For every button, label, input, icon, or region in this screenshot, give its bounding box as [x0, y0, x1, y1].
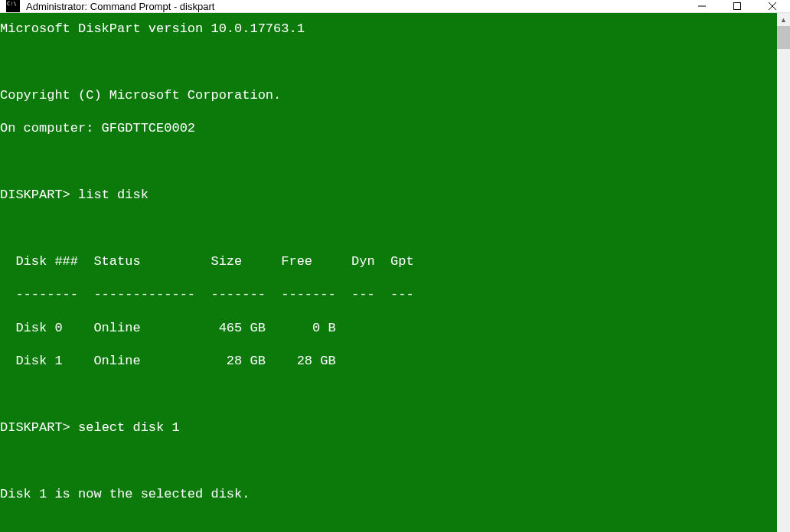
table-row: Disk 1 Online 28 GB 28 GB	[0, 353, 777, 370]
cmd-list-disk: list disk	[78, 188, 149, 202]
cmd-select-disk: select disk 1	[78, 420, 180, 435]
blank-line	[0, 154, 777, 171]
scroll-up-arrow-icon[interactable]: ▲	[777, 13, 790, 26]
prompt: DISKPART>	[0, 420, 70, 435]
blank-line	[0, 519, 777, 532]
version-line: Microsoft DiskPart version 10.0.17763.1	[0, 21, 777, 38]
computer-line: On computer: GFGDTTCE0002	[0, 120, 777, 137]
vertical-scrollbar[interactable]: ▲ ▼	[777, 13, 790, 532]
window-controls	[684, 0, 790, 12]
maximize-button[interactable]	[720, 0, 755, 12]
minimize-button[interactable]	[684, 0, 720, 12]
window-title: Administrator: Command Prompt - diskpart	[26, 1, 684, 12]
scroll-thumb[interactable]	[777, 26, 790, 49]
console-area: Microsoft DiskPart version 10.0.17763.1 …	[0, 13, 790, 532]
copyright-line: Copyright (C) Microsoft Corporation.	[0, 87, 777, 104]
blank-line	[0, 452, 777, 469]
prompt: DISKPART>	[0, 188, 70, 202]
table-header: Disk ### Status Size Free Dyn Gpt	[0, 253, 777, 270]
command-line: DISKPART> select disk 1	[0, 419, 777, 436]
response-line: Disk 1 is now the selected disk.	[0, 486, 777, 503]
svg-rect-1	[734, 3, 741, 10]
blank-line	[0, 386, 777, 403]
close-button[interactable]	[755, 0, 790, 12]
titlebar: Administrator: Command Prompt - diskpart	[0, 0, 790, 13]
command-line: DISKPART> list disk	[0, 187, 777, 204]
table-divider: -------- ------------- ------- ------- -…	[0, 286, 777, 303]
cmd-icon	[6, 0, 20, 12]
table-row: Disk 0 Online 465 GB 0 B	[0, 320, 777, 337]
console-output[interactable]: Microsoft DiskPart version 10.0.17763.1 …	[0, 13, 777, 532]
blank-line	[0, 54, 777, 70]
blank-line	[0, 220, 777, 237]
scroll-track[interactable]	[777, 26, 790, 532]
